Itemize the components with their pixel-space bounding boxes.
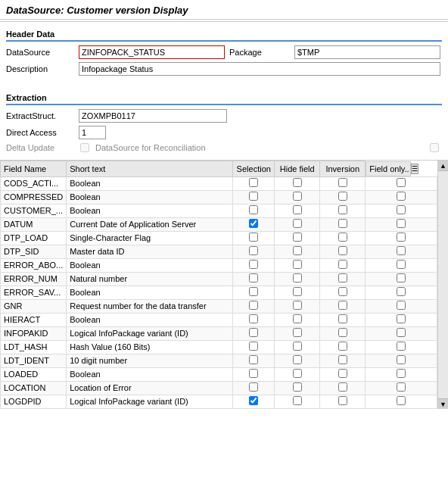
cell-fieldonly	[366, 313, 437, 326]
selection-checkbox[interactable]	[249, 205, 258, 214]
scrollbar-up-arrow[interactable]: ▲	[438, 161, 449, 171]
cell-selection	[233, 272, 275, 286]
selection-checkbox[interactable]	[249, 219, 258, 228]
table-scroll-area: Field Name Short text Selection Hide fie…	[0, 161, 437, 409]
hidefield-checkbox[interactable]	[293, 192, 302, 201]
table-row: HIERACTBoolean	[1, 313, 437, 326]
inversion-checkbox[interactable]	[338, 342, 347, 351]
inversion-checkbox[interactable]	[338, 260, 347, 269]
table-settings-icon[interactable]: ☰	[411, 164, 418, 174]
cell-hidefield	[275, 395, 320, 408]
fieldonly-checkbox[interactable]	[397, 233, 406, 242]
hidefield-checkbox[interactable]	[293, 369, 302, 378]
inversion-checkbox[interactable]	[338, 192, 347, 201]
table-row: LOCATIONLocation of Error	[1, 381, 437, 395]
directaccess-input[interactable]	[79, 126, 106, 139]
cell-fieldonly	[366, 231, 437, 245]
datasource-reconciliation-label: DataSource for Reconciliation	[95, 142, 424, 154]
selection-checkbox[interactable]	[249, 287, 258, 296]
selection-checkbox[interactable]	[249, 314, 258, 323]
hidefield-checkbox[interactable]	[293, 246, 302, 255]
selection-checkbox[interactable]	[249, 192, 258, 201]
hidefield-checkbox[interactable]	[293, 260, 302, 269]
inversion-checkbox[interactable]	[338, 273, 347, 282]
hidefield-checkbox[interactable]	[293, 219, 302, 228]
hidefield-checkbox[interactable]	[293, 205, 302, 214]
reconciliation-checkbox[interactable]	[430, 143, 439, 152]
hidefield-checkbox[interactable]	[293, 328, 302, 337]
inversion-checkbox[interactable]	[338, 246, 347, 255]
fieldonly-checkbox[interactable]	[397, 301, 406, 310]
inversion-checkbox[interactable]	[338, 233, 347, 242]
table-row: DTP_LOADSingle-Character Flag	[1, 231, 437, 245]
fieldonly-checkbox[interactable]	[397, 260, 406, 269]
inversion-checkbox[interactable]	[338, 396, 347, 405]
selection-checkbox[interactable]	[249, 233, 258, 242]
cell-selection	[233, 217, 275, 231]
fieldonly-checkbox[interactable]	[397, 369, 406, 378]
scrollbar-down-arrow[interactable]: ▼	[438, 398, 449, 409]
table-row: ERROR_SAV...Boolean	[1, 286, 437, 299]
inversion-checkbox[interactable]	[338, 178, 347, 187]
extraction-section-label: Extraction	[6, 90, 442, 105]
selection-checkbox[interactable]	[249, 355, 258, 364]
cell-inversion	[320, 340, 366, 354]
hidefield-checkbox[interactable]	[293, 301, 302, 310]
fieldonly-checkbox[interactable]	[397, 382, 406, 392]
hidefield-checkbox[interactable]	[293, 178, 302, 187]
inversion-checkbox[interactable]	[338, 369, 347, 378]
inversion-checkbox[interactable]	[338, 301, 347, 310]
inversion-checkbox[interactable]	[338, 205, 347, 214]
hidefield-checkbox[interactable]	[293, 273, 302, 282]
selection-checkbox[interactable]	[249, 246, 258, 255]
inversion-checkbox[interactable]	[338, 219, 347, 228]
selection-checkbox[interactable]	[249, 273, 258, 282]
scrollbar-vertical[interactable]: ▲ ▼	[437, 161, 448, 409]
datasource-input[interactable]	[79, 45, 225, 59]
th-hidefield: Hide field	[275, 161, 320, 177]
selection-checkbox[interactable]	[249, 328, 258, 337]
inversion-checkbox[interactable]	[338, 314, 347, 323]
cell-hidefield	[275, 272, 320, 286]
hidefield-checkbox[interactable]	[293, 314, 302, 323]
inversion-checkbox[interactable]	[338, 328, 347, 337]
fieldonly-checkbox[interactable]	[397, 314, 406, 323]
description-input[interactable]	[79, 62, 440, 76]
fieldonly-checkbox[interactable]	[397, 178, 406, 187]
inversion-checkbox[interactable]	[338, 355, 347, 364]
selection-checkbox[interactable]	[249, 301, 258, 310]
fieldonly-checkbox[interactable]	[397, 287, 406, 296]
deltaupdate-checkbox[interactable]	[80, 143, 89, 152]
cell-selection	[233, 313, 275, 326]
hidefield-checkbox[interactable]	[293, 355, 302, 364]
fieldonly-checkbox[interactable]	[397, 246, 406, 255]
package-input[interactable]	[294, 45, 440, 59]
hidefield-checkbox[interactable]	[293, 342, 302, 351]
hidefield-checkbox[interactable]	[293, 233, 302, 242]
fieldonly-checkbox[interactable]	[397, 219, 406, 228]
fieldonly-checkbox[interactable]	[397, 342, 406, 351]
cell-shorttext: Single-Character Flag	[67, 231, 233, 245]
selection-checkbox[interactable]	[249, 369, 258, 378]
hidefield-checkbox[interactable]	[293, 396, 302, 405]
directaccess-value-cell	[77, 125, 107, 140]
fieldonly-checkbox[interactable]	[397, 192, 406, 201]
hidefield-checkbox[interactable]	[293, 287, 302, 296]
selection-checkbox[interactable]	[249, 396, 258, 405]
selection-checkbox[interactable]	[249, 382, 258, 392]
fieldonly-checkbox[interactable]	[397, 205, 406, 214]
fieldonly-checkbox[interactable]	[397, 396, 406, 405]
inversion-checkbox[interactable]	[338, 382, 347, 392]
inversion-checkbox[interactable]	[338, 287, 347, 296]
cell-hidefield	[275, 299, 320, 313]
table-row: ERROR_ABO...Boolean	[1, 258, 437, 272]
fieldonly-checkbox[interactable]	[397, 273, 406, 282]
selection-checkbox[interactable]	[249, 178, 258, 187]
fieldonly-checkbox[interactable]	[397, 328, 406, 337]
extractstruct-input[interactable]	[79, 109, 227, 123]
selection-checkbox[interactable]	[249, 342, 258, 351]
selection-checkbox[interactable]	[249, 260, 258, 269]
fieldonly-checkbox[interactable]	[397, 355, 406, 364]
reconciliation-checkbox-cell	[427, 143, 442, 152]
hidefield-checkbox[interactable]	[293, 382, 302, 392]
